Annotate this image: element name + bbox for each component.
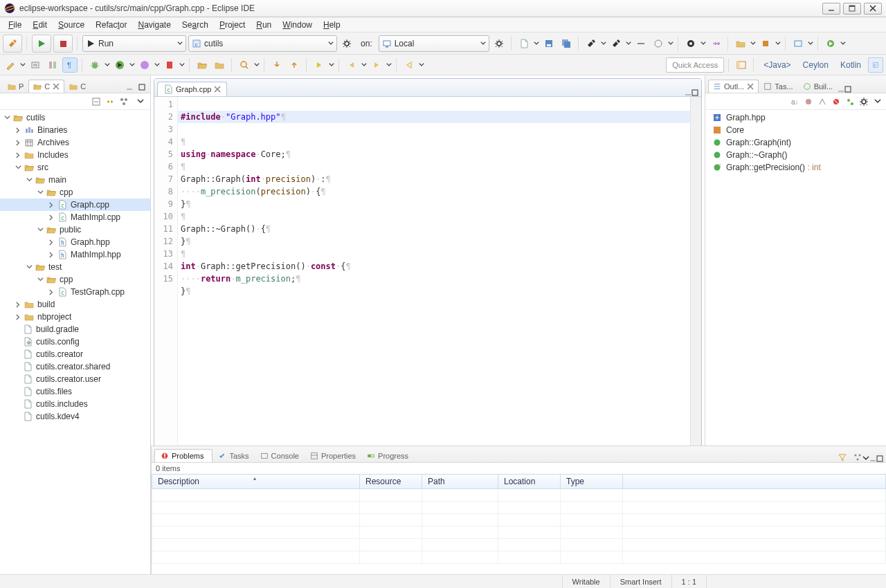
tool-button-7[interactable] (790, 36, 806, 51)
menu-refactor[interactable]: Refactor (90, 19, 132, 31)
tree-node-main[interactable]: main (0, 174, 150, 186)
minimize-view-icon[interactable] (838, 86, 844, 93)
tab-tasks-bottom[interactable]: Tasks (213, 450, 254, 462)
tree-file-cutils-config[interactable]: cutils.config (0, 336, 150, 348)
tab-progress[interactable]: Progress (361, 450, 414, 462)
outline-filter-static-icon[interactable] (817, 96, 828, 107)
stop-button[interactable] (53, 35, 73, 53)
tree-file-cutils-creator-user[interactable]: cutils.creator.user (0, 373, 150, 385)
tab-console[interactable]: Console (255, 450, 305, 462)
outline-item[interactable]: Graph::~Graph() (705, 149, 886, 161)
run-button[interactable] (32, 35, 51, 53)
build-target-button[interactable] (608, 36, 624, 51)
status-insert-mode[interactable]: Smart Insert (610, 575, 671, 588)
menu-navigate[interactable]: Navigate (132, 19, 176, 31)
menu-window[interactable]: Window (277, 19, 318, 31)
menu-edit[interactable]: Edit (27, 19, 53, 31)
maximize-button[interactable] (843, 3, 861, 15)
edit-tool-4[interactable]: ¶ (62, 57, 78, 73)
maximize-view-icon[interactable] (876, 455, 883, 462)
close-icon[interactable] (747, 83, 754, 90)
save-all-button[interactable] (559, 36, 574, 51)
tree-node-includes[interactable]: Includes (0, 149, 150, 161)
tool-button-5[interactable] (733, 36, 748, 51)
tool-button-6[interactable] (758, 36, 773, 51)
minimize-view-icon[interactable] (124, 82, 135, 93)
build-all-button[interactable] (584, 36, 599, 51)
status-writable[interactable]: Writable (562, 575, 610, 588)
project-settings-button[interactable] (339, 36, 354, 51)
forward-button[interactable] (369, 57, 384, 73)
tree-file-cutils-kdev4[interactable]: cutils.kdev4 (0, 410, 150, 423)
editor-maximize-icon[interactable] (691, 89, 698, 96)
menu-project[interactable]: Project (214, 19, 251, 31)
tree-file-cutils-creator[interactable]: cutils.creator (0, 348, 150, 360)
tree-node-build[interactable]: build (0, 298, 150, 311)
tool-button-2[interactable] (651, 36, 666, 51)
problems-table[interactable]: Description▴ Resource Path Location Type (152, 474, 886, 574)
problems-menu-icon[interactable] (853, 452, 862, 462)
step-button-1[interactable] (269, 57, 284, 73)
tree-file-cutils-includes[interactable]: cutils.includes (0, 398, 150, 410)
perspective-cpp[interactable]: c⁺ (868, 57, 883, 73)
build-button[interactable] (3, 35, 22, 53)
build-dropdown[interactable] (601, 41, 606, 46)
table-row[interactable] (152, 489, 886, 502)
perspective-java[interactable]: <Java> (759, 58, 795, 72)
outline-group-icon[interactable] (844, 96, 856, 107)
close-editor-icon[interactable] (214, 86, 221, 93)
view-menu-icon[interactable] (862, 455, 869, 462)
tool-button-3[interactable] (683, 36, 698, 51)
outline-item[interactable]: Core (705, 124, 886, 136)
tab-outline[interactable]: Outl... (708, 80, 759, 93)
editor-minimize-icon[interactable] (685, 89, 691, 96)
outline-filter-fields-icon[interactable] (803, 96, 814, 107)
tree-node-graph-cpp[interactable]: Graph.cpp (0, 199, 150, 211)
filter-icon[interactable] (118, 96, 129, 107)
table-row[interactable] (152, 514, 886, 526)
tree-node-mathimpl-cpp[interactable]: MathImpl.cpp (0, 211, 150, 223)
target-combo[interactable]: Local (379, 35, 489, 52)
tab-tasks[interactable]: Tas... (759, 80, 797, 93)
outline-sort-icon[interactable]: a↓ (789, 96, 800, 107)
new-dropdown[interactable] (534, 41, 539, 46)
tree-node-test-cpp[interactable]: cpp (0, 273, 150, 286)
new-folder-button[interactable] (195, 57, 210, 73)
edit-tool-2[interactable] (28, 57, 43, 73)
tree-node-nbproject[interactable]: nbproject (0, 311, 150, 323)
edit-tool-3[interactable] (45, 57, 60, 73)
editor-tab-graph-cpp[interactable]: Graph.cpp (157, 82, 227, 96)
save-button[interactable] (541, 36, 557, 51)
view-menu-icon[interactable] (135, 96, 146, 107)
tab-properties[interactable]: Properties (305, 450, 361, 462)
tree-node-binaries[interactable]: Binaries (0, 124, 150, 136)
table-row[interactable] (152, 551, 886, 564)
close-button[interactable] (864, 3, 882, 15)
menu-help[interactable]: Help (318, 19, 346, 31)
back-button[interactable] (344, 57, 359, 73)
step-button-2[interactable] (287, 57, 302, 73)
collapse-all-icon[interactable] (91, 96, 102, 107)
tab-cpp-projects[interactable]: C (28, 80, 64, 93)
new-package-button[interactable] (212, 57, 227, 73)
tab-project-explorer[interactable]: P (3, 80, 28, 93)
edit-tool-1[interactable] (3, 57, 18, 73)
maximize-view-icon[interactable] (844, 86, 851, 93)
table-row[interactable] (152, 539, 886, 551)
tree-node-archives[interactable]: Archives (0, 136, 150, 149)
tree-node-mathimpl-hpp[interactable]: MathImpl.hpp (0, 248, 150, 261)
debug-button[interactable] (87, 57, 102, 73)
tree-node-testgraph[interactable]: TestGraph.cpp (0, 286, 150, 298)
problems-filter-icon[interactable] (838, 452, 847, 462)
col-resource[interactable]: Resource (360, 475, 422, 489)
perspective-kotlin[interactable]: Kotlin (835, 58, 866, 72)
tree-file-cutils-creator-shared[interactable]: cutils.creator.shared (0, 360, 150, 373)
launch-config-combo[interactable]: Run (82, 35, 186, 52)
tree-node-src[interactable]: src (0, 161, 150, 174)
tab-build-targets[interactable]: Buil... (798, 80, 838, 93)
tree-node-public[interactable]: public (0, 223, 150, 236)
close-icon[interactable] (53, 83, 60, 90)
tool-button-8[interactable] (823, 36, 838, 51)
project-combo[interactable]: c cutils (188, 35, 337, 52)
menu-run[interactable]: Run (251, 19, 277, 31)
